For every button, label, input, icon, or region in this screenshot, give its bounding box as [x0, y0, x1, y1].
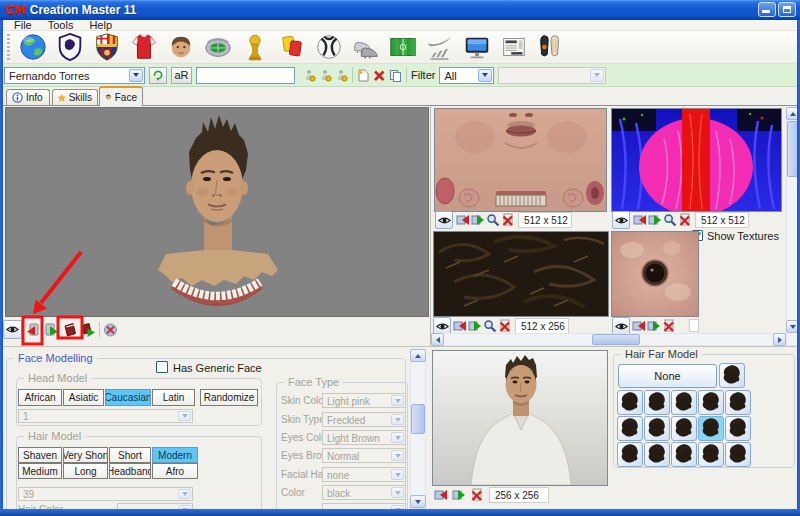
- hair-thumbnail[interactable]: [698, 390, 724, 415]
- world-icon[interactable]: [16, 31, 50, 63]
- import-head-button[interactable]: [26, 322, 41, 337]
- mini-player-gold-icon-1[interactable]: [303, 69, 316, 82]
- monitor-icon[interactable]: [460, 31, 494, 63]
- minimize-button[interactable]: [758, 2, 776, 17]
- texture-zoom-button[interactable]: [486, 213, 500, 227]
- search-input[interactable]: [196, 67, 295, 84]
- hair-model-very-short[interactable]: Very Short: [63, 447, 108, 463]
- hair-model-modern[interactable]: Modern: [152, 447, 198, 463]
- texture-delete-button[interactable]: [662, 319, 676, 333]
- texture-delete-button[interactable]: [678, 213, 692, 227]
- mini-player-gold-icon-3[interactable]: [335, 69, 348, 82]
- chevron-down-icon[interactable]: [478, 69, 492, 82]
- hair-thumbnail[interactable]: [617, 442, 643, 467]
- remove-face-button[interactable]: [103, 322, 118, 337]
- tab-skills[interactable]: Skills: [52, 89, 98, 105]
- texture-export-button[interactable]: [468, 319, 482, 333]
- preview-eye-button[interactable]: [3, 320, 22, 339]
- texture-delete-button[interactable]: [501, 213, 515, 227]
- texture-zoom-button[interactable]: [483, 319, 497, 333]
- head-model-caucasian[interactable]: Caucasian: [105, 389, 151, 406]
- hair-thumbnail-selected[interactable]: [698, 416, 724, 441]
- hair-thumbnail[interactable]: [725, 416, 751, 441]
- hair-model-medium[interactable]: Medium: [18, 463, 62, 479]
- hair-thumbnail[interactable]: [644, 416, 670, 441]
- texture-import-button[interactable]: [633, 213, 647, 227]
- hair-thumbnail[interactable]: [725, 442, 751, 467]
- export-256-button[interactable]: [452, 488, 466, 502]
- hair-thumbnail[interactable]: [617, 390, 643, 415]
- mini-player-gold-icon-2[interactable]: [319, 69, 332, 82]
- referee-cards-icon[interactable]: [275, 31, 309, 63]
- menu-tools[interactable]: Tools: [40, 20, 82, 31]
- head-model-asiatic[interactable]: Asiatic: [63, 389, 104, 406]
- filter-select[interactable]: All: [439, 67, 494, 84]
- hair-model-afro[interactable]: Afro: [152, 463, 198, 479]
- hair-thumbnail[interactable]: [644, 390, 670, 415]
- texture-import-button[interactable]: [453, 319, 467, 333]
- menu-help[interactable]: Help: [81, 20, 120, 31]
- maximize-button[interactable]: [778, 2, 796, 17]
- scroll-down-button[interactable]: [410, 495, 426, 508]
- menu-file[interactable]: File: [6, 20, 40, 31]
- texture-eye-button[interactable]: [612, 211, 630, 229]
- player-select[interactable]: Fernando Torres: [4, 67, 145, 84]
- export-head-button[interactable]: [44, 322, 59, 337]
- delete-icon[interactable]: [373, 69, 386, 82]
- texture-export-button[interactable]: [648, 213, 662, 227]
- copy-icon[interactable]: [389, 69, 402, 82]
- chevron-down-icon[interactable]: [129, 69, 143, 82]
- texture-import-button[interactable]: [456, 213, 470, 227]
- import-hair-button[interactable]: [62, 322, 77, 337]
- head-model-latin[interactable]: Latin: [152, 389, 195, 406]
- scroll-left-button[interactable]: [431, 333, 444, 346]
- hair-far-none-button[interactable]: None: [618, 364, 717, 388]
- hair-thumbnail[interactable]: [698, 442, 724, 467]
- tab-face[interactable]: Face: [99, 86, 143, 106]
- goalkeeper-gloves-icon[interactable]: [534, 31, 568, 63]
- hair-thumbnail[interactable]: [719, 363, 745, 388]
- stadium-icon[interactable]: [201, 31, 235, 63]
- scroll-up-button[interactable]: [410, 349, 426, 362]
- match-ball-icon[interactable]: [312, 31, 346, 63]
- face-3d-preview[interactable]: [5, 107, 429, 317]
- import-256-button[interactable]: [434, 488, 448, 502]
- brands-icon[interactable]: [423, 31, 457, 63]
- texture-export-button[interactable]: [471, 213, 485, 227]
- hair-thumbnail[interactable]: [671, 390, 697, 415]
- randomize-button[interactable]: Randomize: [200, 389, 258, 406]
- world-cup-trophy-icon[interactable]: [238, 31, 272, 63]
- newspaper-icon[interactable]: [497, 31, 531, 63]
- arsenal-shirt-icon[interactable]: [127, 31, 161, 63]
- texture-export-button[interactable]: [647, 319, 661, 333]
- hair-thumbnail[interactable]: [617, 416, 643, 441]
- texture-eye-button[interactable]: [435, 211, 453, 229]
- hair-model-headband[interactable]: Headband: [109, 463, 151, 479]
- hair-model-long[interactable]: Long: [63, 463, 108, 479]
- hair-thumbnail[interactable]: [671, 442, 697, 467]
- premier-league-icon[interactable]: [53, 31, 87, 63]
- scroll-right-button[interactable]: [773, 333, 786, 346]
- tab-info[interactable]: Info: [6, 89, 50, 105]
- hair-model-short[interactable]: Short: [109, 447, 151, 463]
- texture-zoom-button[interactable]: [663, 213, 677, 227]
- barcelona-icon[interactable]: [90, 31, 124, 63]
- hair-thumbnail[interactable]: [644, 442, 670, 467]
- pitch-icon[interactable]: [386, 31, 420, 63]
- rename-button[interactable]: aR: [171, 67, 192, 84]
- scrollbar-thumb[interactable]: [592, 334, 640, 345]
- texture-import-button[interactable]: [632, 319, 646, 333]
- export-hair-button[interactable]: [80, 322, 95, 337]
- refresh-button[interactable]: [149, 67, 167, 84]
- hair-thumbnail[interactable]: [725, 390, 751, 415]
- texture-delete-button[interactable]: [498, 319, 512, 333]
- hair-model-shaven[interactable]: Shaven: [18, 447, 62, 463]
- has-generic-face-checkbox[interactable]: [156, 361, 168, 373]
- head-model-african[interactable]: African: [18, 389, 62, 406]
- boots-icon[interactable]: [349, 31, 383, 63]
- hair-thumbnail[interactable]: [671, 416, 697, 441]
- player-face-icon[interactable]: [164, 31, 198, 63]
- scrollbar-thumb[interactable]: [411, 404, 425, 434]
- delete-256-button[interactable]: [470, 488, 484, 502]
- new-icon[interactable]: [357, 69, 370, 82]
